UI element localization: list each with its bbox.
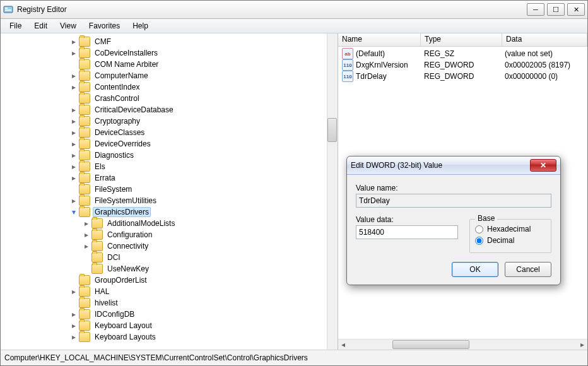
chevron-right-icon[interactable]: ▸: [70, 174, 78, 182]
close-button[interactable]: ✕: [567, 3, 585, 16]
column-name[interactable]: Name: [338, 33, 421, 46]
chevron-right-icon[interactable]: ▸: [83, 242, 90, 250]
tree-node[interactable]: ▸Connectivity: [1, 240, 177, 252]
tree-node[interactable]: ▸IDConfigDB: [1, 309, 177, 320]
hscroll-thumb[interactable]: [392, 340, 469, 349]
chevron-right-icon[interactable]: ▸: [70, 151, 78, 159]
folder-icon: [79, 298, 90, 308]
radio-hex[interactable]: Hexadecimal: [475, 225, 546, 233]
radio-dec-input[interactable]: [475, 237, 483, 245]
tree-node-label: IDConfigDB: [93, 309, 136, 319]
maximize-button[interactable]: ☐: [547, 3, 565, 16]
chevron-right-icon[interactable]: ▸: [70, 310, 78, 318]
tree-node-label: AdditionalModeLists: [105, 218, 177, 228]
tree-node[interactable]: hivelist: [1, 297, 177, 309]
folder-icon: [91, 241, 103, 251]
chevron-right-icon[interactable]: ▸: [70, 288, 78, 295]
list-hscrollbar[interactable]: ◂ ▸: [338, 339, 587, 350]
tree-node[interactable]: ▸Cryptography: [1, 115, 177, 127]
cancel-button[interactable]: Cancel: [505, 262, 551, 277]
tree-node[interactable]: DCI: [1, 252, 177, 263]
tree-node[interactable]: ▸DeviceOverrides: [1, 138, 177, 150]
value-name-field: [356, 194, 551, 208]
tree-node-label: Cryptography: [93, 116, 142, 126]
tree-node[interactable]: ▸Errata: [1, 172, 177, 184]
tree-spacer: [70, 299, 78, 307]
tree-node-label: hivelist: [93, 298, 120, 308]
chevron-right-icon[interactable]: ▸: [70, 106, 78, 114]
column-type[interactable]: Type: [421, 33, 502, 46]
tree-scroll-thumb[interactable]: [327, 118, 337, 142]
tree-node[interactable]: UseNewKey: [1, 263, 177, 274]
radio-dec[interactable]: Decimal: [475, 236, 546, 245]
tree-node-label: DeviceOverrides: [93, 139, 153, 149]
chevron-right-icon[interactable]: ▸: [70, 129, 78, 136]
tree-node[interactable]: ▸ContentIndex: [1, 81, 177, 93]
scroll-right-icon[interactable]: ▸: [577, 339, 587, 350]
radio-hex-input[interactable]: [475, 225, 483, 233]
value-row[interactable]: 110TdrDelayREG_DWORD0x00000000 (0): [338, 71, 587, 82]
menu-help[interactable]: Help: [126, 20, 155, 32]
tree-node[interactable]: ▸HAL: [1, 286, 177, 297]
svg-rect-1: [5, 8, 8, 9]
folder-icon: [79, 82, 90, 92]
menu-view[interactable]: View: [54, 20, 83, 32]
value-row[interactable]: ab(Default)REG_SZ(value not set): [338, 48, 587, 59]
chevron-right-icon[interactable]: ▸: [70, 83, 78, 91]
value-row[interactable]: 110DxgKrnlVersionREG_DWORD0x00002005 (81…: [338, 59, 587, 71]
ok-button[interactable]: OK: [452, 262, 498, 277]
registry-editor-window: Registry Editor ─ ☐ ✕ FileEditViewFavori…: [0, 0, 588, 366]
tree-node-label: FileSystemUtilities: [93, 196, 158, 206]
client-area: ▸CMF▸CoDeviceInstallersCOM Name Arbiter▸…: [1, 33, 587, 350]
chevron-down-icon[interactable]: ▾: [70, 208, 78, 216]
column-data[interactable]: Data: [502, 33, 587, 46]
value-type: REG_SZ: [420, 49, 501, 58]
menubar: FileEditViewFavoritesHelp: [1, 19, 587, 33]
tree-node[interactable]: ▸CriticalDeviceDatabase: [1, 104, 177, 115]
tree-node[interactable]: GroupOrderList: [1, 274, 177, 286]
dialog-titlebar[interactable]: Edit DWORD (32-bit) Value ✕: [347, 156, 560, 175]
dialog-title: Edit DWORD (32-bit) Value: [351, 161, 530, 170]
value-data-field[interactable]: [356, 225, 458, 239]
menu-edit[interactable]: Edit: [28, 20, 54, 32]
chevron-right-icon[interactable]: ▸: [70, 38, 78, 45]
tree-node[interactable]: ▸Configuration: [1, 229, 177, 240]
tree-node[interactable]: ▾GraphicsDrivers: [1, 206, 177, 218]
dialog-close-button[interactable]: ✕: [530, 159, 556, 172]
chevron-right-icon[interactable]: ▸: [83, 220, 90, 227]
chevron-right-icon[interactable]: ▸: [70, 163, 78, 170]
tree-node[interactable]: ▸Keyboard Layout: [1, 320, 177, 331]
chevron-right-icon[interactable]: ▸: [70, 197, 78, 204]
chevron-right-icon[interactable]: ▸: [70, 72, 78, 80]
tree-node[interactable]: CrashControl: [1, 93, 177, 104]
tree-spacer: [83, 265, 90, 273]
tree-node[interactable]: ▸AdditionalModeLists: [1, 218, 177, 229]
chevron-right-icon[interactable]: ▸: [70, 117, 78, 125]
chevron-right-icon[interactable]: ▸: [70, 322, 78, 329]
string-value-icon: ab: [342, 48, 353, 59]
tree-node[interactable]: ▸DeviceClasses: [1, 127, 177, 138]
chevron-right-icon[interactable]: ▸: [70, 333, 78, 341]
tree-node[interactable]: FileSystem: [1, 184, 177, 195]
tree-node[interactable]: ▸CoDeviceInstallers: [1, 47, 177, 59]
tree-node[interactable]: ▸Keyboard Layouts: [1, 331, 177, 343]
menu-file[interactable]: File: [3, 20, 28, 32]
tree-node[interactable]: ▸Els: [1, 161, 177, 172]
chevron-right-icon[interactable]: ▸: [83, 231, 90, 239]
tree-node[interactable]: ▸Diagnostics: [1, 150, 177, 161]
folder-icon: [91, 252, 103, 263]
tree-node[interactable]: ▸FileSystemUtilities: [1, 195, 177, 206]
tree-node-label: CMF: [93, 37, 113, 47]
value-rows: ab(Default)REG_SZ(value not set)110DxgKr…: [338, 47, 587, 83]
chevron-right-icon[interactable]: ▸: [70, 140, 78, 148]
minimize-button[interactable]: ─: [527, 3, 544, 16]
scroll-left-icon[interactable]: ◂: [338, 339, 348, 350]
tree-node[interactable]: COM Name Arbiter: [1, 59, 177, 70]
tree-node[interactable]: ▸CMF: [1, 36, 177, 47]
menu-favorites[interactable]: Favorites: [83, 20, 126, 32]
chevron-right-icon[interactable]: ▸: [70, 49, 78, 57]
tree-node-label: Errata: [93, 173, 117, 183]
tree-node[interactable]: ▸ComputerName: [1, 70, 177, 81]
tree-scrollbar[interactable]: [327, 33, 338, 350]
registry-tree[interactable]: ▸CMF▸CoDeviceInstallersCOM Name Arbiter▸…: [1, 33, 177, 345]
